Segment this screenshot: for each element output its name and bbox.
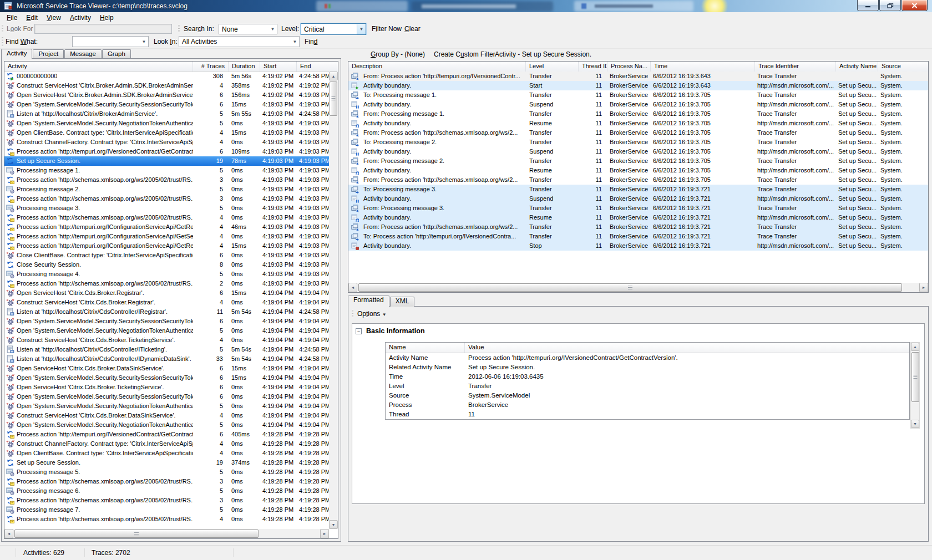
- tab-activity[interactable]: Activity: [1, 49, 32, 59]
- table-row[interactable]: Thread11: [386, 410, 909, 419]
- find-button[interactable]: Find: [302, 37, 320, 47]
- scrollbar-thumb[interactable]: [14, 530, 259, 538]
- table-row[interactable]: Open 'System.ServiceModel.Security.Secur…: [4, 100, 329, 109]
- table-row[interactable]: Construct ServiceHost 'Citrix.Broker.Adm…: [4, 81, 329, 90]
- activity-vertical-scrollbar[interactable]: ▲ ▼: [329, 72, 338, 529]
- table-row[interactable]: From: Process action 'http://schemas.xml…: [348, 222, 928, 232]
- table-row[interactable]: 0000000000003085m 56s4:19:02 PM4:24:58 P…: [4, 72, 329, 81]
- menu-activity[interactable]: Activity: [65, 13, 95, 22]
- tab-graph[interactable]: Graph: [102, 49, 131, 59]
- tab-formatted[interactable]: Formatted: [348, 296, 389, 307]
- column-header-description[interactable]: Description: [348, 62, 526, 72]
- tab-xml[interactable]: XML: [390, 297, 415, 307]
- options-button[interactable]: Options ▼: [357, 310, 387, 318]
- filter-now-button[interactable]: Filter Now: [369, 24, 404, 34]
- table-row[interactable]: SourceSystem.ServiceModel: [386, 391, 909, 400]
- column-header-activity-name[interactable]: Activity Name: [836, 62, 878, 72]
- table-row[interactable]: Close ClientBase. Contract type: 'Citrix…: [4, 251, 329, 260]
- tab-project[interactable]: Project: [33, 49, 64, 59]
- table-row[interactable]: From: Processing message 2.Transfer11Bro…: [348, 156, 928, 166]
- table-row[interactable]: Activity boundary.Start11BrokerService6/…: [348, 81, 928, 90]
- look-for-input[interactable]: [34, 24, 172, 34]
- scroll-down-button[interactable]: ▼: [329, 520, 338, 529]
- scroll-up-button[interactable]: ▲: [329, 72, 338, 80]
- table-row[interactable]: Process action 'http://schemas.xmlsoap.o…: [4, 496, 329, 505]
- menu-help[interactable]: Help: [95, 13, 118, 22]
- table-row[interactable]: From: Process action 'http://tempuri.org…: [348, 72, 928, 81]
- tab-message[interactable]: Message: [64, 49, 102, 59]
- toolbar-grip[interactable]: [352, 310, 353, 318]
- menu-edit[interactable]: Edit: [22, 13, 42, 22]
- table-row[interactable]: To: Processing message 3.Transfer11Broke…: [348, 185, 928, 194]
- toolbar-grip[interactable]: [2, 25, 3, 33]
- table-row[interactable]: Activity boundary.Resume11BrokerService6…: [348, 119, 928, 128]
- table-row[interactable]: Listen at 'http://localhost/Citrix/CdsCo…: [4, 354, 329, 364]
- table-row[interactable]: Construct ServiceHost 'Citrix.Cds.Broker…: [4, 335, 329, 345]
- table-row[interactable]: Open 'System.ServiceModel.Security.Secur…: [4, 392, 329, 401]
- scrollbar-thumb[interactable]: [911, 352, 919, 402]
- table-row[interactable]: Open 'System.ServiceModel.Security.Negot…: [4, 119, 329, 128]
- table-row[interactable]: Open ClientBase. Contract type: 'Citrix.…: [4, 128, 329, 138]
- table-row[interactable]: From: Processing message 1.Transfer11Bro…: [348, 109, 928, 119]
- table-row[interactable]: Construct ServiceHost 'Citrix.Cds.Broker…: [4, 411, 329, 420]
- table-row[interactable]: Time2012-06-06 16:19:03.6435: [386, 372, 909, 381]
- table-row[interactable]: Open ServiceHost 'Citrix.Broker.Admin.SD…: [4, 90, 329, 100]
- table-row[interactable]: Activity boundary.Resume11BrokerService6…: [348, 166, 928, 175]
- group-by-button[interactable]: Group By - (None): [371, 50, 425, 58]
- table-row[interactable]: Processing message 3.50ms4:19:03 PM4:19:…: [4, 203, 329, 213]
- scrollbar-thumb[interactable]: [330, 82, 337, 116]
- table-row[interactable]: Construct ServiceHost 'Citrix.Cds.Broker…: [4, 298, 329, 307]
- column-header-activity[interactable]: Activity: [4, 62, 193, 72]
- level-dropdown[interactable]: Critical▼: [301, 23, 366, 35]
- table-row[interactable]: To: Processing message 1.Transfer11Broke…: [348, 90, 928, 100]
- column-header-thread-id[interactable]: Thread ID: [579, 62, 607, 72]
- table-row[interactable]: Processing message 6.50ms4:19:28 PM4:19:…: [4, 486, 329, 496]
- table-row[interactable]: LevelTransfer: [386, 381, 909, 391]
- table-row[interactable]: Listen at 'http://localhost/Citrix/CdsCo…: [4, 307, 329, 317]
- table-row[interactable]: To: Processing message 2.Transfer11Broke…: [348, 138, 928, 147]
- table-row[interactable]: Process action 'http://tempuri.org/IConf…: [4, 232, 329, 241]
- column-header-name[interactable]: Name: [386, 343, 465, 353]
- menu-view[interactable]: View: [42, 13, 65, 22]
- scroll-right-button[interactable]: ►: [320, 529, 329, 538]
- column-header-trace-identifier[interactable]: Trace Identifier: [755, 62, 836, 72]
- table-row[interactable]: Set up Secure Session.19374ms4:19:28 PM4…: [4, 458, 329, 467]
- table-row[interactable]: Processing message 5.50ms4:19:28 PM4:19:…: [4, 467, 329, 477]
- table-row[interactable]: Open 'System.ServiceModel.Security.Negot…: [4, 326, 329, 335]
- find-what-input[interactable]: ▼: [72, 36, 149, 47]
- scroll-left-button[interactable]: ◄: [4, 529, 13, 538]
- column-header-duration[interactable]: Duration: [229, 62, 260, 72]
- detail-vertical-scrollbar[interactable]: ▲ ▼: [910, 342, 920, 429]
- table-row[interactable]: Open 'System.ServiceModel.Security.Negot…: [4, 420, 329, 430]
- column-header-source[interactable]: Source: [878, 62, 928, 72]
- table-row[interactable]: Process action 'http://schemas.xmlsoap.o…: [4, 279, 329, 288]
- scrollbar-thumb[interactable]: [358, 283, 902, 292]
- table-row[interactable]: To: Process action 'http://tempuri.org/I…: [348, 232, 928, 241]
- table-row[interactable]: Processing message 7.50ms4:19:28 PM4:19:…: [4, 505, 329, 515]
- close-button[interactable]: [901, 0, 928, 11]
- table-row[interactable]: Process action 'http://tempuri.org/IConf…: [4, 241, 329, 251]
- table-row[interactable]: Process action 'http://schemas.xmlsoap.o…: [4, 477, 329, 486]
- table-row[interactable]: Construct ChannelFactory. Contract type:…: [4, 138, 329, 147]
- table-row[interactable]: Set up Secure Session.1978ms4:19:03 PM4:…: [4, 156, 329, 166]
- table-row[interactable]: Listen at 'http://localhost/Citrix/CdsCo…: [4, 345, 329, 354]
- table-row[interactable]: Open 'System.ServiceModel.Security.Secur…: [4, 373, 329, 383]
- table-row[interactable]: Activity boundary.Stop11BrokerService6/6…: [348, 241, 928, 251]
- column-header-end[interactable]: End: [297, 62, 329, 72]
- table-row[interactable]: Activity NameProcess action 'http://temp…: [386, 353, 909, 363]
- table-row[interactable]: Open 'System.ServiceModel.Security.Secur…: [4, 317, 329, 326]
- table-row[interactable]: Open ClientBase. Contract type: 'Citrix.…: [4, 449, 329, 458]
- column-header-start[interactable]: Start: [260, 62, 297, 72]
- table-row[interactable]: Process action 'http://schemas.xmlsoap.o…: [4, 515, 329, 524]
- table-row[interactable]: Activity boundary.Resume11BrokerService6…: [348, 213, 928, 222]
- column-header-value[interactable]: Value: [465, 343, 909, 353]
- table-row[interactable]: Processing message 1.50ms4:19:03 PM4:19:…: [4, 166, 329, 175]
- create-custom-filter-button[interactable]: Create Custom Filter: [434, 50, 495, 58]
- table-row[interactable]: From: Processing message 3.Transfer11Bro…: [348, 203, 928, 213]
- scroll-left-button[interactable]: ◄: [348, 283, 357, 292]
- table-row[interactable]: Activity boundary.Suspend11BrokerService…: [348, 100, 928, 109]
- table-row[interactable]: Open ServiceHost 'Citrix.Cds.Broker.Regi…: [4, 288, 329, 298]
- table-row[interactable]: Process action 'http://tempuri.org/IVers…: [4, 430, 329, 439]
- table-row[interactable]: Open ServiceHost 'Citrix.Cds.Broker.Tick…: [4, 383, 329, 392]
- scroll-down-button[interactable]: ▼: [911, 420, 919, 428]
